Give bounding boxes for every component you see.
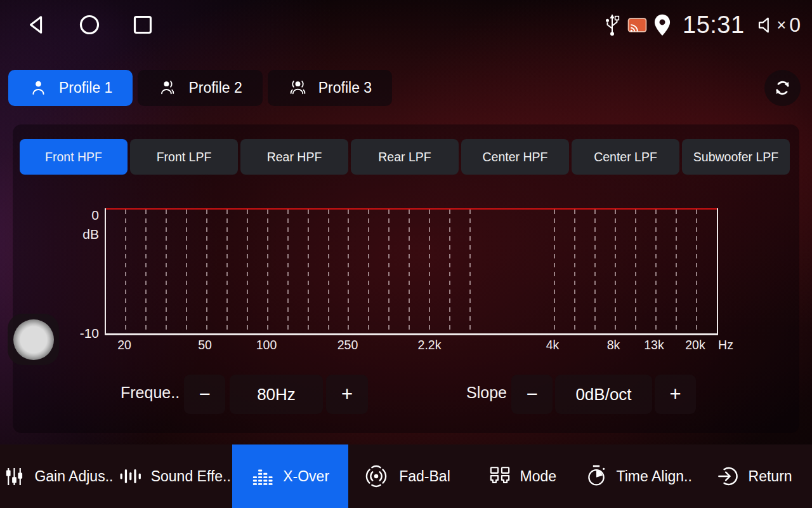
profile-tab-2[interactable]: Profile 2	[138, 70, 262, 106]
gridline	[429, 210, 430, 333]
home-button[interactable]	[77, 13, 102, 37]
x-tick-label: 20	[117, 338, 131, 352]
filter-tab-rear-hpf[interactable]: Rear HPF	[240, 139, 348, 175]
recents-button[interactable]	[131, 13, 155, 37]
nav-item-fad-bal[interactable]: Fad-Bal	[348, 444, 464, 508]
gridline	[696, 210, 697, 333]
slope-plus-button[interactable]: +	[655, 375, 696, 414]
nav-label: Time Align..	[617, 468, 692, 485]
nav-label: Mode	[520, 468, 557, 485]
sync-icon	[772, 77, 793, 98]
y-axis-max-label: 0	[57, 208, 99, 223]
x-tick-label: 20k	[685, 338, 705, 352]
gridline	[348, 210, 349, 333]
y-axis-min-label: -10	[57, 326, 99, 341]
mixer-icon	[3, 465, 26, 488]
eq-bars-icon	[251, 464, 275, 488]
home-icon	[77, 13, 102, 37]
gridline	[388, 210, 390, 333]
reset-button[interactable]	[764, 70, 801, 106]
volume-indicator: × 0	[757, 13, 801, 37]
profile-tab-3[interactable]: Profile 3	[268, 70, 392, 106]
slope-label: Slope	[466, 384, 507, 402]
gridline	[409, 210, 410, 333]
gridline	[554, 210, 555, 333]
nav-item-gain-adjus[interactable]: Gain Adjus..	[0, 444, 116, 508]
profile-tab-1[interactable]: Profile 1	[8, 70, 133, 106]
gridline	[226, 210, 228, 333]
profile-label: Profile 1	[59, 79, 112, 97]
filter-tab-center-hpf[interactable]: Center HPF	[461, 139, 569, 175]
cast-icon	[627, 17, 647, 33]
nav-label: Gain Adjus..	[34, 468, 113, 485]
filter-tabs: Front HPFFront LPFRear HPFRear LPFCenter…	[20, 139, 790, 175]
volume-mult: ×	[777, 16, 787, 34]
x-tick-label: 4k	[546, 338, 560, 352]
minus-icon: −	[199, 383, 210, 406]
gridline	[594, 210, 596, 333]
nav-label: Fad-Bal	[399, 468, 450, 485]
wave-bars-icon	[117, 464, 143, 489]
filter-tab-label: Subwoofer LPF	[693, 150, 778, 164]
nav-label: Sound Effe..	[151, 468, 231, 485]
gridline	[267, 210, 268, 333]
usb-icon	[603, 12, 622, 37]
status-icons	[603, 12, 672, 37]
gridline	[574, 210, 575, 333]
nav-item-sound-effe[interactable]: Sound Effe..	[116, 444, 232, 508]
filter-tab-label: Center LPF	[594, 150, 657, 164]
x-axis-labels: 20501002502.2k4k8k13k20kHz	[105, 338, 777, 357]
nav-label: X-Over	[283, 468, 329, 485]
user-icon	[29, 78, 48, 98]
recents-icon	[131, 13, 155, 37]
slope-minus-button[interactable]: −	[511, 375, 553, 414]
x-tick-label: 100	[256, 338, 277, 352]
response-curve	[106, 208, 717, 210]
frequency-plus-button[interactable]: +	[326, 375, 368, 414]
gridline	[125, 210, 126, 333]
return-icon	[716, 464, 740, 488]
frequency-label: Freque..	[121, 384, 180, 402]
gridline	[328, 210, 329, 333]
gridline	[676, 210, 677, 333]
gridline	[206, 210, 207, 333]
filter-tab-front-lpf[interactable]: Front LPF	[130, 139, 238, 175]
filter-tab-label: Center HPF	[483, 150, 548, 164]
slope-value: 0dB/oct	[555, 375, 652, 414]
bottom-nav: Gain Adjus..Sound Effe..X-OverFad-BalMod…	[0, 444, 812, 508]
nav-item-return[interactable]: Return	[696, 444, 812, 508]
gridline	[186, 210, 187, 333]
stopwatch-icon	[584, 464, 608, 489]
filter-tab-label: Rear LPF	[378, 150, 431, 164]
speaker-mute-icon	[757, 15, 775, 35]
status-bar: 15:31 × 0	[0, 0, 812, 50]
x-tick-label: 50	[198, 338, 212, 352]
frequency-minus-button[interactable]: −	[184, 375, 225, 414]
gridline	[145, 210, 147, 333]
filter-tab-front-hpf[interactable]: Front HPF	[20, 139, 128, 175]
x-tick-label: 2.2k	[418, 338, 442, 352]
filter-tab-rear-lpf[interactable]: Rear LPF	[351, 139, 459, 175]
location-icon	[653, 13, 672, 37]
gridline	[449, 210, 450, 333]
nav-item-mode[interactable]: Mode	[464, 444, 580, 508]
grid-icon	[488, 465, 512, 488]
nav-item-time-align[interactable]: Time Align..	[580, 444, 696, 508]
profile-label: Profile 2	[188, 79, 242, 97]
plus-icon: +	[669, 383, 681, 406]
volume-value: 0	[789, 13, 801, 37]
clock: 15:31	[683, 11, 745, 39]
y-axis-unit-label: dB	[57, 227, 99, 242]
filter-tab-subwoofer-lpf[interactable]: Subwoofer LPF	[682, 139, 790, 175]
gridline	[247, 210, 248, 333]
plus-icon: +	[341, 383, 353, 406]
back-button[interactable]	[25, 13, 48, 37]
floating-knob-button[interactable]	[8, 314, 59, 365]
android-nav-keys	[25, 13, 155, 37]
filter-tab-center-lpf[interactable]: Center LPF	[572, 139, 679, 175]
profile-label: Profile 3	[318, 79, 372, 97]
nav-item-x-over[interactable]: X-Over	[232, 444, 348, 508]
x-tick-label: 13k	[644, 338, 664, 352]
profile-tabs: Profile 1Profile 2Profile 3	[8, 70, 392, 106]
knob-circle-icon	[13, 319, 54, 360]
